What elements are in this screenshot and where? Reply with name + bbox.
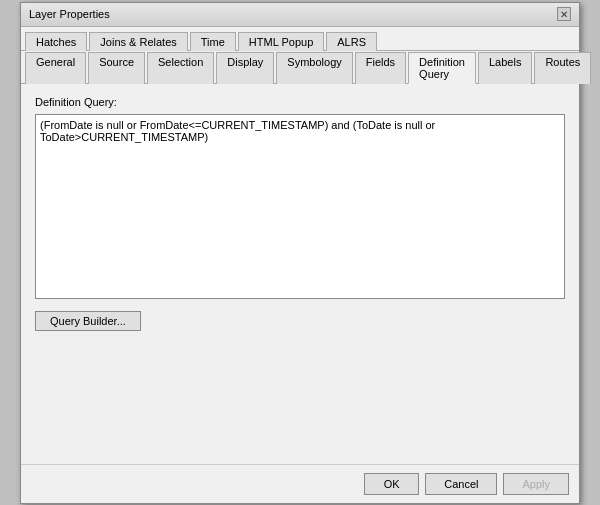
cancel-button[interactable]: Cancel — [425, 473, 497, 495]
definition-query-label: Definition Query: — [35, 96, 565, 108]
apply-button[interactable]: Apply — [503, 473, 569, 495]
tab-time[interactable]: Time — [190, 32, 236, 51]
tab-hatches[interactable]: Hatches — [25, 32, 87, 51]
tab-symbology[interactable]: Symbology — [276, 52, 352, 84]
ok-button[interactable]: OK — [364, 473, 419, 495]
tab-html-popup[interactable]: HTML Popup — [238, 32, 324, 51]
tab-joins-relates[interactable]: Joins & Relates — [89, 32, 187, 51]
top-tab-row: Hatches Joins & Relates Time HTML Popup … — [21, 27, 579, 51]
tab-definition-query[interactable]: Definition Query — [408, 52, 476, 84]
tab-routes[interactable]: Routes — [534, 52, 591, 84]
title-bar: Layer Properties ✕ — [21, 3, 579, 27]
tab-alrs[interactable]: ALRS — [326, 32, 377, 51]
tab-selection[interactable]: Selection — [147, 52, 214, 84]
bottom-tab-row: General Source Selection Display Symbolo… — [21, 51, 579, 84]
definition-query-textarea[interactable] — [35, 114, 565, 299]
close-button[interactable]: ✕ — [557, 7, 571, 21]
tab-general[interactable]: General — [25, 52, 86, 84]
query-builder-button[interactable]: Query Builder... — [35, 311, 141, 331]
layer-properties-window: Layer Properties ✕ Hatches Joins & Relat… — [20, 2, 580, 504]
tab-source[interactable]: Source — [88, 52, 145, 84]
window-title: Layer Properties — [29, 8, 110, 20]
tab-fields[interactable]: Fields — [355, 52, 406, 84]
content-area: Definition Query: Query Builder... — [21, 84, 579, 424]
tab-display[interactable]: Display — [216, 52, 274, 84]
tab-labels[interactable]: Labels — [478, 52, 532, 84]
bottom-bar: OK Cancel Apply — [21, 464, 579, 503]
